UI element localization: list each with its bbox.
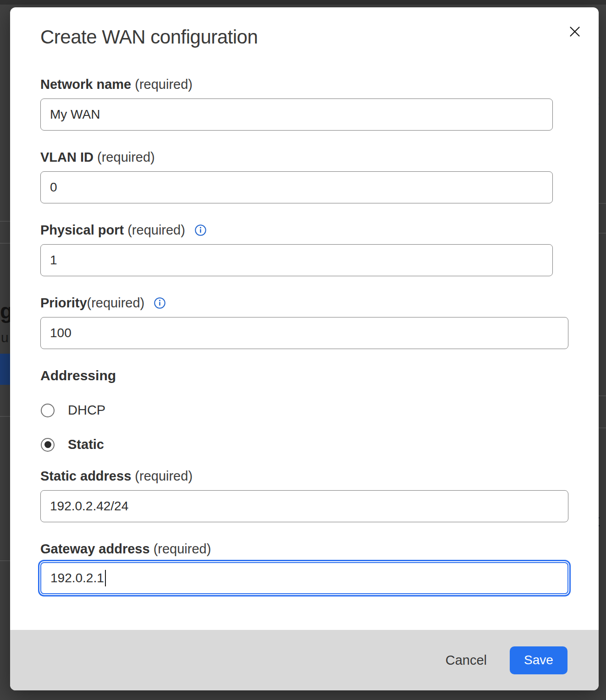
gateway-address-input[interactable]: 192.0.2.1 (40, 562, 568, 594)
radio-button-selected[interactable] (41, 438, 55, 452)
input-value: 0 (50, 180, 57, 195)
gateway-address-label: Gateway address (required) (40, 541, 568, 557)
radio-label-dhcp: DHCP (68, 403, 105, 418)
input-value: 192.0.2.1 (50, 571, 104, 585)
info-icon[interactable] (194, 224, 207, 236)
backdrop-divider (0, 416, 11, 417)
label-text: Static address (40, 469, 131, 484)
modal-title: Create WAN configuration (40, 27, 568, 48)
backdrop-blue-button-fragment (0, 354, 10, 385)
label-text: Priority (40, 295, 87, 311)
input-value: My WAN (50, 107, 100, 122)
physical-port-label: Physical port (required) (40, 223, 568, 238)
cancel-button[interactable]: Cancel (446, 653, 487, 668)
required-hint: (required) (124, 223, 185, 238)
backdrop-divider (0, 560, 11, 561)
input-value: 100 (50, 326, 72, 340)
priority-label: Priority(required) (40, 295, 568, 311)
required-hint: (required) (87, 295, 145, 311)
required-hint: (required) (150, 541, 211, 557)
required-hint: (required) (94, 150, 155, 165)
radio-option-dhcp[interactable]: DHCP (40, 403, 568, 418)
network-name-input[interactable]: My WAN (40, 98, 553, 131)
vlan-id-label: VLAN ID (required) (40, 150, 568, 165)
priority-input[interactable]: 100 (40, 317, 568, 349)
backdrop-top-strip (0, 0, 606, 5)
modal-footer: Cancel Save (10, 630, 599, 690)
save-button[interactable]: Save (510, 646, 567, 674)
network-name-label: Network name (required) (40, 77, 568, 92)
required-hint: (required) (131, 469, 193, 484)
radio-button-unselected[interactable] (41, 404, 55, 417)
label-text: Physical port (40, 223, 124, 238)
required-hint: (required) (131, 77, 193, 92)
backdrop-divider (0, 243, 11, 244)
create-wan-modal: Create WAN configuration Network name (r… (10, 7, 599, 690)
addressing-heading: Addressing (40, 368, 568, 383)
text-caret (105, 570, 106, 586)
label-text: VLAN ID (40, 150, 94, 165)
backdrop-text-fragment: u (1, 330, 9, 345)
info-icon[interactable] (154, 297, 166, 309)
static-address-input[interactable]: 192.0.2.42/24 (40, 490, 568, 522)
radio-label-static: Static (68, 437, 104, 452)
backdrop-divider (0, 221, 11, 222)
input-value: 1 (50, 253, 57, 268)
label-text: Network name (40, 77, 131, 92)
vlan-id-input[interactable]: 0 (40, 171, 553, 203)
static-address-label: Static address (required) (40, 469, 568, 484)
label-text: Gateway address (40, 541, 150, 557)
radio-option-static[interactable]: Static (40, 437, 568, 452)
physical-port-input[interactable]: 1 (40, 244, 553, 276)
input-value: 192.0.2.42/24 (50, 499, 128, 514)
modal-body: Create WAN configuration Network name (r… (10, 7, 599, 594)
